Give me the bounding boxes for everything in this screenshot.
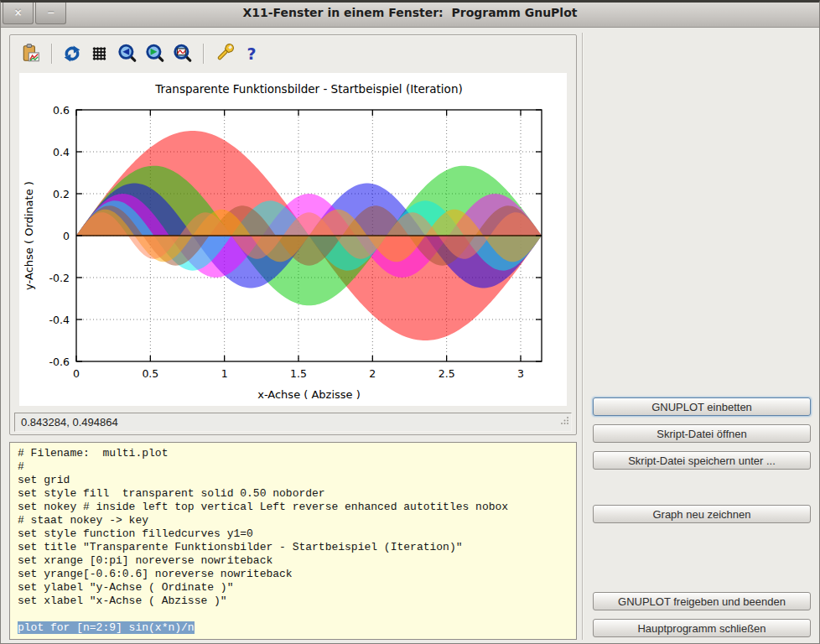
code-line[interactable]: set yrange[-0.6:0.6] noreverse nowriteba…: [18, 568, 576, 581]
redraw-graph-button[interactable]: Graph neu zeichnen: [593, 505, 811, 523]
x-tick-labels: 00.511.522.53: [73, 367, 524, 380]
copy-to-clipboard-icon[interactable]: [21, 44, 41, 64]
titlebar: × − X11-Fenster in einem Fenster: Progra…: [1, 3, 819, 28]
zoom-reset-icon[interactable]: [173, 44, 193, 64]
help-icon[interactable]: ?: [241, 44, 262, 64]
zoom-next-icon[interactable]: [145, 44, 165, 64]
svg-text:2: 2: [369, 367, 376, 380]
svg-text:3: 3: [517, 367, 524, 380]
code-line[interactable]: set title "Transparente Funktionsbilder …: [18, 541, 576, 554]
y-tick-labels: -0.6-0.4-0.200.20.40.6: [49, 104, 70, 368]
open-script-button[interactable]: Skript-Datei öffnen: [593, 424, 811, 443]
svg-text:-0.4: -0.4: [49, 314, 70, 326]
svg-text:0.2: 0.2: [53, 188, 70, 200]
code-line[interactable]: set style fill transparent solid 0.50 no…: [18, 487, 576, 501]
refresh-icon[interactable]: [62, 44, 82, 64]
svg-text:0.6: 0.6: [53, 104, 70, 117]
plot-toolbar: ?: [11, 36, 575, 71]
help-glyph: ?: [247, 44, 256, 63]
code-line[interactable]: #: [18, 460, 576, 474]
gnuplot-canvas[interactable]: 00.511.522.53-0.6-0.4-0.200.20.40.6Trans…: [19, 73, 567, 406]
chart-title: Transparente Funktionsbilder - Startbeis…: [154, 82, 462, 96]
toolbar-separator: [203, 44, 204, 64]
resize-grip-icon[interactable]: [559, 412, 569, 429]
script-editor[interactable]: # Filename: multi.plot#set gridset style…: [9, 442, 577, 640]
code-line[interactable]: set grid: [18, 474, 576, 487]
code-line[interactable]: plot for [n=2:9] sin(x*n)/n: [18, 621, 576, 635]
svg-text:-0.6: -0.6: [49, 356, 70, 368]
plot-panel: ? 00.511.522.53-0.6-0.4-0.200.20.40.6Tra…: [9, 34, 577, 435]
svg-text:-0.2: -0.2: [49, 272, 70, 284]
release-gnuplot-quit-button[interactable]: GNUPLOT freigeben und beenden: [593, 592, 811, 610]
embed-gnuplot-button[interactable]: GNUPLOT einbetten: [593, 397, 811, 416]
plot-statusbar: 0.843284, 0.494864: [14, 413, 572, 432]
panel-separator: [582, 33, 583, 640]
toolbar-separator: [51, 44, 52, 64]
grid-icon[interactable]: [90, 44, 110, 64]
save-script-as-button[interactable]: Skript-Datei speichern unter ...: [593, 451, 811, 470]
svg-text:0.4: 0.4: [53, 146, 70, 158]
svg-text:1: 1: [221, 367, 228, 380]
svg-text:0: 0: [63, 230, 70, 242]
svg-text:0.5: 0.5: [142, 367, 158, 380]
svg-text:0: 0: [73, 367, 80, 380]
code-line[interactable]: set xlabel "x-Achse ( Abzisse )": [18, 595, 576, 608]
zoom-previous-icon[interactable]: [117, 44, 138, 64]
cursor-coordinates: 0.843284, 0.494864: [21, 416, 118, 428]
code-line[interactable]: [18, 608, 576, 621]
code-line[interactable]: set nokey # inside left top vertical Lef…: [18, 501, 576, 514]
gnuplot-svg: 00.511.522.53-0.6-0.4-0.200.20.40.6Trans…: [19, 73, 567, 406]
close-main-program-button[interactable]: Hauptprogramm schließen: [593, 619, 811, 637]
code-line[interactable]: # staat nokey -> key: [18, 514, 576, 527]
code-line[interactable]: set xrange [0:pi] noreverse nowriteback: [18, 554, 576, 568]
options-wrench-icon[interactable]: [214, 44, 234, 64]
x-axis-label: x-Achse ( Abzisse ): [257, 388, 361, 401]
code-line[interactable]: set style function filledcurves y1=0: [18, 527, 576, 541]
code-line[interactable]: set ylabel "y-Achse ( Ordinate )": [18, 581, 576, 595]
app-window: × − X11-Fenster in einem Fenster: Progra…: [0, 0, 820, 644]
window-title: X11-Fenster in einem Fenster: Programm G…: [1, 6, 819, 19]
svg-text:2.5: 2.5: [439, 367, 455, 380]
svg-text:1.5: 1.5: [290, 367, 307, 380]
y-axis-label: y-Achse ( Ordinate ): [23, 181, 35, 290]
code-line[interactable]: # Filename: multi.plot: [18, 447, 576, 460]
